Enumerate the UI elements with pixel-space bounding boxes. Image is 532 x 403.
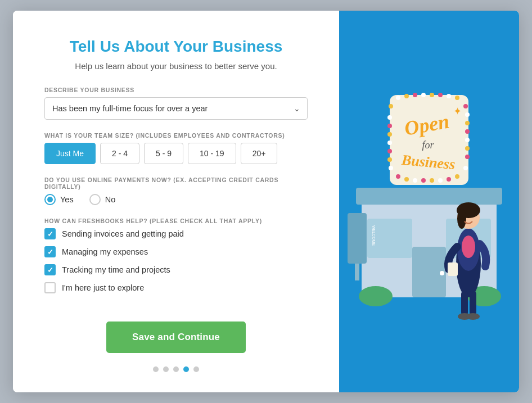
- dot-sign: [465, 155, 470, 159]
- dot-2: [163, 366, 169, 372]
- dot-sign: [430, 178, 434, 183]
- describe-section: DESCRIBE YOUR BUSINESS Has been my full-…: [44, 87, 308, 120]
- team-size-20plus[interactable]: 20+: [241, 143, 278, 164]
- store-awning: [356, 188, 502, 205]
- dot-sign: [455, 174, 459, 179]
- team-size-5-9[interactable]: 5 - 9: [144, 143, 183, 164]
- dot-sign: [413, 178, 417, 183]
- freshbooks-label: HOW CAN FRESHBOOKS HELP? (PLEASE CHECK A…: [44, 218, 308, 224]
- radio-yes-circle: [44, 194, 56, 205]
- dot-4: [183, 366, 189, 372]
- checkbox-expenses[interactable]: ✓ Managing my expenses: [44, 246, 308, 257]
- payments-section: DO YOU USE ONLINE PAYMENTS NOW? (EX. ACC…: [44, 176, 308, 205]
- dot-sign: [387, 115, 392, 120]
- checkmark-icon: ✓: [47, 230, 53, 238]
- page-title: Tell Us About Your Business: [44, 38, 308, 56]
- dot-sign: [404, 94, 409, 98]
- dot-sign: [465, 112, 470, 117]
- dot-sign: [421, 178, 426, 183]
- dot-sign: [404, 177, 409, 182]
- woman-shirt: [462, 236, 475, 258]
- checkmark-icon: ✓: [47, 266, 53, 274]
- checkbox-invoices-label: Sending invoices and getting paid: [62, 229, 184, 238]
- checkbox-expenses-box: ✓: [44, 246, 56, 257]
- radio-no-label: No: [105, 195, 116, 204]
- dot-sign: [463, 104, 468, 108]
- woman-tablet: [448, 262, 458, 276]
- right-panel: WELCOME: [339, 11, 519, 392]
- dot-5: [193, 366, 199, 372]
- checkbox-expenses-label: Managing my expenses: [62, 247, 148, 256]
- illustration: WELCOME: [339, 11, 519, 392]
- modal: Tell Us About Your Business Help us lear…: [13, 11, 519, 392]
- checkbox-explore-label: I'm here just to explore: [62, 283, 144, 292]
- team-size-10-19[interactable]: 10 - 19: [188, 143, 236, 164]
- radio-yes-label: Yes: [60, 195, 74, 204]
- dot-sign: [389, 166, 393, 170]
- woman-left-leg: [461, 291, 468, 316]
- dot-sign: [387, 149, 392, 153]
- left-panel: Tell Us About Your Business Help us lear…: [13, 11, 339, 392]
- describe-dropdown-wrapper: Has been my full-time focus for over a y…: [44, 97, 308, 120]
- checkbox-time-box: ✓: [44, 264, 56, 275]
- dot-sign: [430, 93, 434, 97]
- dot-sign: [465, 138, 470, 142]
- radio-group: Yes No: [44, 194, 308, 205]
- team-size-section: WHAT IS YOUR TEAM SIZE? (INCLUDES EMPLOY…: [44, 132, 308, 164]
- dot-sign: [463, 166, 468, 170]
- open-for-business-illustration: WELCOME: [345, 84, 513, 320]
- dot-sign: [465, 146, 470, 151]
- dot-sign: [387, 157, 392, 162]
- checkbox-group: ✓ Sending invoices and getting paid ✓ Ma…: [44, 228, 308, 293]
- woman-right-leg: [470, 291, 476, 316]
- team-size-2-4[interactable]: 2 - 4: [100, 143, 139, 164]
- dot-sign: [455, 96, 459, 100]
- dot-sign: [465, 129, 470, 134]
- dot-1: [153, 366, 159, 372]
- payments-label: DO YOU USE ONLINE PAYMENTS NOW? (EX. ACC…: [44, 176, 308, 190]
- team-size-label: WHAT IS YOUR TEAM SIZE? (INCLUDES EMPLOY…: [44, 132, 308, 139]
- dot-sign: [465, 121, 470, 125]
- woman-hair-side: [457, 209, 466, 229]
- dot-sign: [421, 93, 426, 97]
- checkbox-explore-box: [44, 282, 56, 293]
- dot-sign: [447, 94, 451, 98]
- describe-label: DESCRIBE YOUR BUSINESS: [44, 87, 308, 93]
- radio-no-circle: [89, 194, 101, 205]
- checkbox-time[interactable]: ✓ Tracking my time and projects: [44, 264, 308, 275]
- woman-right-shoe: [466, 313, 480, 320]
- dot-sign: [387, 132, 392, 137]
- checkmark-icon: ✓: [47, 248, 53, 256]
- dot-sign: [447, 177, 451, 182]
- dot-sign: [438, 178, 443, 183]
- freshbooks-section: HOW CAN FRESHBOOKS HELP? (PLEASE CHECK A…: [44, 218, 308, 293]
- checkbox-invoices[interactable]: ✓ Sending invoices and getting paid: [44, 228, 308, 239]
- team-size-just-me[interactable]: Just Me: [44, 143, 96, 164]
- star-icon: ✦: [453, 106, 462, 117]
- describe-select[interactable]: Has been my full-time focus for over a y…: [44, 97, 308, 120]
- dot-sign: [396, 174, 400, 179]
- door-handle: [440, 271, 444, 275]
- dot-sign: [413, 93, 417, 97]
- dot-sign: [387, 124, 392, 128]
- checkbox-invoices-box: ✓: [44, 228, 56, 239]
- welcome-sign: [348, 213, 367, 264]
- save-continue-button[interactable]: Save and Continue: [106, 322, 246, 353]
- pagination-dots: [44, 366, 308, 372]
- radio-no[interactable]: No: [89, 194, 116, 205]
- dot-sign: [438, 93, 443, 97]
- for-text: for: [422, 139, 434, 151]
- bush-left: [359, 286, 393, 306]
- checkbox-time-label: Tracking my time and projects: [62, 265, 170, 274]
- checkbox-explore[interactable]: I'm here just to explore: [44, 282, 308, 293]
- form-subtitle: Help us learn about your business to bet…: [44, 61, 308, 71]
- dot-3: [173, 366, 179, 372]
- welcome-text: WELCOME: [372, 225, 376, 246]
- dot-sign: [396, 96, 400, 100]
- dot-sign: [387, 141, 392, 145]
- dot-sign: [389, 104, 393, 108]
- radio-yes[interactable]: Yes: [44, 194, 74, 205]
- team-size-group: Just Me 2 - 4 5 - 9 10 - 19 20+: [44, 143, 308, 164]
